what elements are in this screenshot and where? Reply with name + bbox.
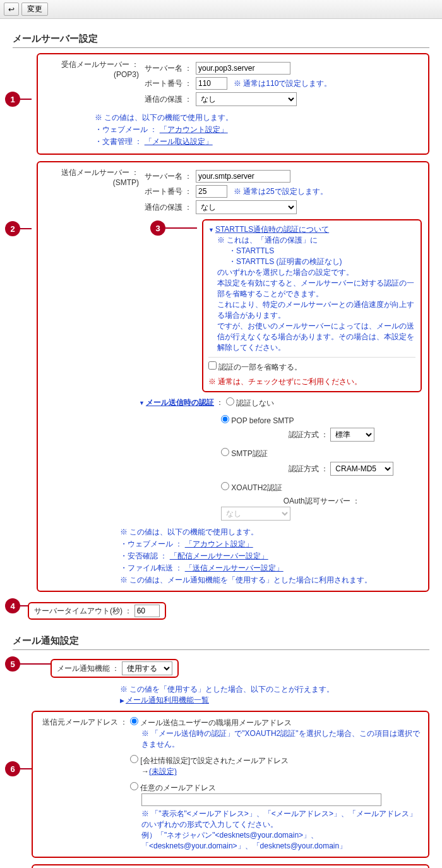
smtp-subheader: (SMTP): [44, 178, 139, 187]
sender-opt2-arrow: →: [141, 767, 149, 776]
smtp-header: 送信メールサーバー ：: [44, 167, 139, 178]
auth-xoauth-server-label: OAuth認可サーバー ：: [259, 496, 360, 507]
starttls-checkbox-label[interactable]: 認証の一部を省略する。: [208, 363, 302, 371]
callout-1-line: [20, 99, 32, 100]
pop3-server-input[interactable]: [196, 62, 290, 75]
pop3-server-label: サーバー名 ：: [139, 63, 196, 74]
callout-6: 6: [5, 761, 20, 776]
smtp-link3-prefix: ・ファイル転送 ：: [120, 564, 182, 572]
callout-3-line: [165, 227, 197, 229]
section-mail-server-title: メールサーバー設定: [13, 30, 429, 48]
callout-2-line: [20, 228, 32, 229]
callout-2: 2: [5, 221, 20, 236]
starttls-opt1: ・STARTTLS: [229, 246, 415, 256]
auth-xoauth-label[interactable]: XOAUTH2認証: [221, 483, 282, 492]
pop3-port-input[interactable]: [196, 77, 227, 90]
back-button[interactable]: ↩: [4, 3, 19, 16]
smtp-link1-prefix: ・ウェブメール ：: [120, 539, 182, 548]
auth-pop-label[interactable]: POP before SMTP: [221, 416, 294, 425]
smtp-final-note: ※ この値は、メール通知機能を「使用する」とした場合に利用されます。: [120, 575, 422, 586]
timeout-input[interactable]: [134, 605, 160, 617]
sender-opt2-label[interactable]: [会社情報設定]で設定されたメールアドレス: [130, 756, 289, 765]
auth-xoauth-radio[interactable]: [221, 482, 229, 490]
callout-1: 1: [5, 92, 20, 107]
auth-pop-method-select[interactable]: 標準: [330, 428, 374, 442]
auth-smtp-label[interactable]: SMTP認証: [221, 449, 268, 458]
smtp-port-input[interactable]: [196, 185, 227, 198]
auth-smtp-method-label: 認証方式 ：: [259, 464, 328, 474]
pop3-port-note: ※ 通常は110で設定します。: [234, 78, 332, 89]
auth-smtp-radio[interactable]: [221, 448, 229, 456]
sender-note2: 例）「"ネオジャパン"<desknets@your.domain>」、「<des…: [141, 830, 422, 852]
callout-4-line: [20, 605, 28, 606]
starttls-note5: ですが、お使いのメールサーバーによっては、メールの送信が行えなくなる場合がありま…: [217, 321, 415, 353]
change-button-top[interactable]: 変更: [21, 3, 48, 16]
auth-pop-radio[interactable]: [221, 415, 229, 423]
sender-opt1-note: ※ 「メール送信時の認証」で"XOAUTH2認証"を選択した場合、この項目は選択…: [141, 728, 422, 750]
auth-none-radio[interactable]: [226, 397, 234, 406]
sender-opt2-link[interactable]: (未設定): [149, 767, 177, 776]
smtp-port-label: ポート番号 ：: [139, 186, 196, 197]
pop3-settings-box: 受信メールサーバー ： (POP3) サーバー名 ： ポート番号 ： ※ 通常は…: [37, 53, 429, 155]
timeout-label: サーバータイムアウト(秒) ：: [34, 606, 132, 615]
pop3-use-note: ※ この値は、以下の機能で使用します。: [95, 112, 422, 123]
auth-smtp-method-select[interactable]: CRAM-MD5: [330, 462, 393, 476]
notify-box: メール通知機能 ： 使用する: [51, 659, 179, 678]
sender-opt1-label[interactable]: メール送信ユーザーの職場用メールアドレス: [130, 718, 292, 727]
starttls-note3: 本設定を有効にすると、メールサーバーに対する認証の一部を省略することができます。: [217, 278, 415, 299]
callout-3: 3: [150, 220, 165, 236]
notify-select[interactable]: 使用する: [122, 661, 172, 675]
smtp-link2-prefix: ・安否確認 ：: [120, 552, 167, 560]
timeout-box: サーバータイムアウト(秒) ：: [28, 602, 166, 620]
smtp-settings-box: 送信メールサーバー ： (SMTP) サーバー名 ： ポート番号 ： ※ 通常は…: [37, 161, 429, 592]
sender-note1: ※ 「"表示名"<メールアドレス>」、「<メールアドレス>」、「メールアドレス」…: [141, 809, 422, 830]
sender-custom-input[interactable]: [141, 793, 381, 806]
callout-5-line: [20, 663, 51, 665]
pop3-link-account[interactable]: 「アカウント設定」: [160, 125, 228, 134]
section-mail-notify-title: メール通知設定: [13, 632, 429, 650]
auth-pop-method-label: 認証方式 ：: [259, 430, 328, 440]
starttls-note2: のいずれかを選択した場合の設定です。: [217, 267, 415, 278]
mail-auth-toggle[interactable]: メール送信時の認証: [139, 398, 214, 407]
smtp-link-account[interactable]: 「アカウント設定」: [185, 539, 253, 548]
sender-label: 送信元メールアドレス ：: [39, 717, 128, 852]
smtp-link-filetransfer[interactable]: 「送信メールサーバー設定」: [185, 564, 284, 572]
pop3-port-label: ポート番号 ：: [139, 78, 196, 89]
callout-6-line: [20, 768, 32, 769]
smtp-protect-select[interactable]: なし: [196, 200, 297, 214]
main-content: メールサーバー設定 1 受信メールサーバー ： (POP3) サーバー名 ： ポ…: [0, 19, 442, 868]
pop3-subheader: (POP3): [44, 70, 139, 79]
starttls-toggle[interactable]: STARTTLS通信時の認証について: [208, 224, 415, 235]
notify-label: メール通知機能 ：: [57, 664, 119, 673]
starttls-note4: これにより、特定のメールサーバーとの通信速度が向上する場合があります。: [217, 299, 415, 321]
sender-opt3-label[interactable]: 任意のメールアドレス: [130, 783, 216, 792]
starttls-opt2: ・STARTTLS (証明書の検証なし): [229, 256, 415, 267]
sender-opt3-radio[interactable]: [130, 782, 138, 790]
notify-link-toggle[interactable]: メール通知利用機能一覧: [120, 695, 429, 706]
pop3-protect-select[interactable]: なし: [196, 92, 297, 106]
smtp-use-note: ※ この値は、以下の機能で使用します。: [120, 527, 422, 538]
smtp-link-safety[interactable]: 「配信メールサーバー設定」: [170, 552, 268, 560]
pop3-link1-prefix: ・ウェブメール ：: [95, 125, 157, 134]
auth-xoauth-server-select: なし: [221, 507, 290, 521]
pop3-link2-prefix: ・文書管理 ：: [95, 137, 142, 146]
pop3-protect-label: 通信の保護 ：: [139, 94, 196, 105]
toolbar-top: ↩ 変更: [0, 0, 442, 19]
auth-none-label[interactable]: 認証しない: [226, 399, 274, 407]
callout-4: 4: [5, 598, 20, 613]
smtp-server-input[interactable]: [196, 170, 290, 183]
smtp-port-note: ※ 通常は25で設定します。: [234, 186, 328, 197]
notify-note: ※ この値を「使用する」とした場合、以下のことが行えます。: [120, 684, 429, 695]
starttls-checkbox[interactable]: [208, 361, 217, 370]
sender-box: 送信元メールアドレス ： メール送信ユーザーの職場用メールアドレス ※ 「メール…: [32, 711, 429, 858]
sender-opt2-radio[interactable]: [130, 755, 138, 763]
pop3-header: 受信メールサーバー ：: [44, 59, 139, 70]
starttls-warn: ※ 通常は、チェックせずにご利用ください。: [208, 377, 415, 387]
pop3-link-mailimport[interactable]: 「メール取込設定」: [145, 137, 213, 146]
sender-opt1-radio[interactable]: [130, 717, 138, 725]
authinfo-box: 送信時の認証情報 ： ユーザーID ： パスワード ： OAuth認可サーバー認…: [32, 864, 429, 868]
callout-5: 5: [5, 656, 20, 672]
starttls-box: STARTTLS通信時の認証について ※ これは、「通信の保護」に ・START…: [202, 219, 422, 392]
starttls-note1: ※ これは、「通信の保護」に: [217, 235, 415, 246]
smtp-server-label: サーバー名 ：: [139, 171, 196, 182]
